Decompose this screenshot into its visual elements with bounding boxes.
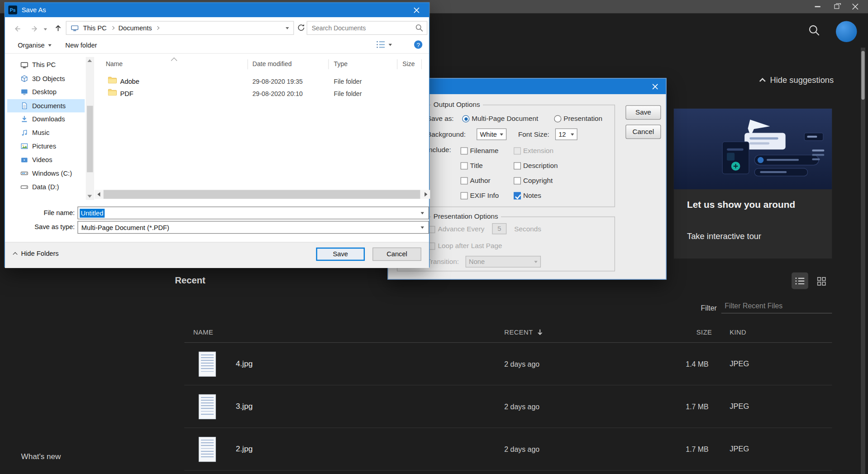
background-dropdown[interactable]: White [477, 129, 506, 140]
horizontal-scrollbar[interactable] [95, 190, 430, 199]
sidebar-item-downloads[interactable]: Downloads [7, 112, 85, 126]
extension-checkbox [514, 147, 521, 154]
drive-icon [20, 170, 28, 177]
file-row-type: File folder [334, 78, 362, 85]
grid-view-button[interactable] [814, 274, 829, 288]
column-name[interactable]: Name [106, 60, 123, 67]
close-icon [414, 7, 420, 13]
take-interactive-tour-link[interactable]: Take interactive tour [687, 231, 761, 241]
arrow-right-icon [30, 24, 39, 34]
pdf-cancel-button[interactable]: Cancel [625, 124, 661, 139]
column-header-kind[interactable]: KIND [730, 328, 746, 336]
save-button[interactable]: Save [316, 248, 365, 261]
search-input[interactable] [307, 24, 415, 31]
recent-file-row[interactable]: 4.jpg 2 days ago 1.4 MB JPEG [184, 343, 832, 385]
file-name-input[interactable]: Untitled [77, 206, 429, 219]
scroll-up-icon[interactable] [87, 59, 92, 62]
whats-new-link[interactable]: What's new [21, 452, 61, 461]
help-button[interactable]: ? [414, 40, 422, 48]
sidebar-item-videos[interactable]: Videos [7, 153, 85, 167]
filename-checkbox[interactable] [461, 147, 468, 154]
scrollbar-thumb[interactable] [861, 51, 864, 100]
grid-view-icon [817, 277, 826, 286]
details-view-icon [376, 40, 386, 48]
minimize-button[interactable] [808, 0, 827, 13]
scrollbar-thumb[interactable] [104, 190, 420, 199]
dialog-title: Save As [22, 6, 46, 14]
avatar[interactable] [836, 21, 857, 42]
hide-folders-button[interactable]: Hide Folders [13, 250, 59, 258]
new-folder-button[interactable]: New folder [65, 42, 97, 49]
breadcrumb-documents[interactable]: Documents [118, 24, 152, 32]
notes-checkbox-label: Notes [523, 192, 541, 199]
change-view-button[interactable] [376, 40, 392, 48]
close-button[interactable] [846, 0, 865, 13]
computer-icon [20, 61, 28, 68]
column-date-modified[interactable]: Date modified [253, 60, 292, 67]
column-header-size[interactable]: SIZE [696, 328, 712, 336]
sidebar-item-this-pc[interactable]: This PC [7, 58, 85, 72]
sidebar-scrollbar[interactable] [86, 57, 94, 200]
sidebar-item-pictures[interactable]: Pictures [7, 139, 85, 153]
column-header-recent[interactable]: RECENT [504, 328, 543, 336]
multi-page-document-label: Multi-Page Document [472, 115, 538, 122]
breadcrumb-separator-icon [156, 26, 160, 30]
recent-file-row[interactable]: 2.jpg 2 days ago 1.7 MB JPEG [184, 428, 832, 471]
extension-checkbox-label: Extension [523, 147, 553, 154]
search-box[interactable] [307, 21, 428, 35]
scroll-right-icon[interactable] [424, 192, 427, 196]
recent-locations-dropdown[interactable] [44, 28, 47, 30]
search-icon[interactable] [808, 24, 820, 39]
back-button[interactable] [13, 24, 22, 35]
font-size-dropdown[interactable]: 12 [555, 129, 577, 140]
column-size[interactable]: Size [402, 60, 415, 67]
description-checkbox[interactable] [514, 162, 521, 169]
pdf-dialog-titlebar [388, 79, 666, 94]
filter-input[interactable] [721, 299, 832, 314]
exif-info-checkbox[interactable] [461, 192, 468, 199]
sidebar-item-windows-c[interactable]: Windows (C:) [7, 167, 85, 180]
sidebar-item-documents[interactable]: Documents [7, 99, 85, 112]
scroll-left-icon[interactable] [97, 192, 100, 196]
refresh-button[interactable] [297, 23, 306, 34]
breadcrumb-this-pc[interactable]: This PC [83, 24, 106, 32]
up-button[interactable] [54, 24, 63, 34]
organise-button[interactable]: Organise [18, 42, 51, 49]
presentation-radio[interactable] [554, 115, 561, 122]
tour-card[interactable]: Let us show you around Take interactive … [674, 109, 832, 259]
file-kind: JPEG [730, 359, 749, 368]
app-scrollbar[interactable] [861, 48, 865, 474]
sidebar-item-data-d[interactable]: Data (D:) [7, 180, 85, 194]
author-checkbox[interactable] [461, 177, 468, 184]
file-row-name[interactable]: Adobe [120, 77, 139, 85]
notes-checkbox[interactable] [514, 192, 521, 199]
forward-button[interactable] [30, 24, 39, 35]
save-as-close-button[interactable] [404, 3, 429, 17]
copyright-checkbox[interactable] [514, 177, 521, 184]
title-checkbox[interactable] [461, 162, 468, 169]
sidebar-item-3d-objects[interactable]: 3D Objects [7, 72, 85, 85]
breadcrumb[interactable]: This PC Documents [66, 21, 294, 35]
hide-suggestions-button[interactable]: Hide suggestions [759, 75, 834, 85]
close-icon [652, 83, 658, 89]
cancel-button[interactable]: Cancel [372, 248, 421, 261]
restore-button[interactable] [827, 0, 846, 13]
scroll-down-icon[interactable] [87, 195, 92, 198]
sidebar-item-music[interactable]: Music [7, 126, 85, 139]
pdf-save-button[interactable]: Save [625, 105, 661, 120]
exif-info-checkbox-label: EXIF Info [470, 192, 499, 199]
scrollbar-thumb[interactable] [87, 106, 93, 172]
output-options-legend: Output Options [431, 101, 483, 109]
file-row-name[interactable]: PDF [120, 90, 133, 97]
restore-icon [834, 5, 839, 9]
column-header-name[interactable]: NAME [193, 328, 213, 336]
address-dropdown-icon[interactable] [286, 27, 289, 29]
pdf-dialog-close-button[interactable] [648, 81, 661, 91]
save-as-type-dropdown[interactable]: Multi-Page Document (*.PDF) [77, 221, 429, 234]
multi-page-document-radio[interactable] [462, 115, 469, 122]
column-type[interactable]: Type [334, 60, 348, 67]
recent-file-row[interactable]: 3.jpg 2 days ago 1.7 MB JPEG [184, 385, 832, 428]
list-view-button[interactable] [792, 273, 808, 289]
sidebar-item-desktop[interactable]: Desktop [7, 85, 85, 99]
recent-heading: Recent [175, 275, 205, 286]
